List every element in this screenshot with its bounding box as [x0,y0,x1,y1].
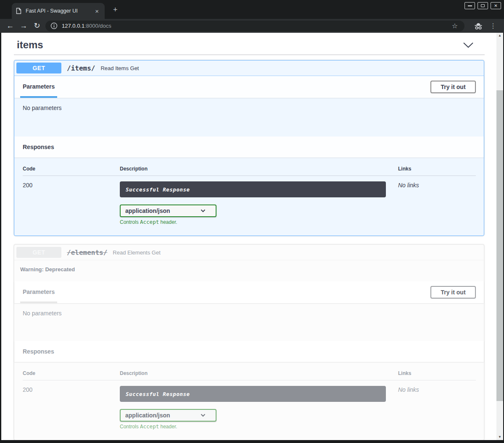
col-description: Description [120,370,398,380]
page-scrollbar[interactable]: ▲ ▼ [496,33,503,440]
responses-title: Responses [23,348,54,355]
opblock-get-items: GET /items/ Read Items Get Parameters Tr… [14,60,484,236]
scrollbar-thumb[interactable] [496,90,503,401]
url-host: 127.0.0.1 [62,23,84,29]
tag-divider [14,55,485,55]
browser-toolbar: ← → ↻ 127.0.0.1:8000/docs ☆ ⋮ [0,19,504,33]
deprecated-warning: Warning: Deprecated [14,260,484,281]
parameters-body: No parameters [14,98,484,136]
responses-body: Code Description Links 200 Successful Re… [14,362,484,440]
method-badge: GET [16,247,61,258]
incognito-icon [468,22,488,30]
window-maximize-button[interactable] [478,2,488,9]
tab-close-icon[interactable]: × [93,7,100,15]
window-controls: ✕ [464,2,501,9]
tag-title: items [17,39,43,51]
bookmark-star-icon[interactable]: ☆ [450,22,459,30]
endpoint-path: /elements/ [67,249,107,257]
scroll-down-icon[interactable]: ▼ [496,434,503,440]
browser-window: Fast API - Swagger UI × + ✕ ← → ↻ 127.0.… [0,0,504,443]
browser-menu-icon[interactable]: ⋮ [488,22,501,30]
endpoint-summary: Read Elements Get [113,249,160,256]
browser-tab[interactable]: Fast API - Swagger UI × [12,3,105,19]
response-description-cell: Successful Response application/json [120,380,398,430]
response-code: 200 [23,380,120,430]
tab-parameters[interactable]: Parameters [20,281,57,303]
parameters-header: Parameters Try it out [14,76,484,98]
maximize-icon [481,4,485,7]
new-tab-button[interactable]: + [111,5,120,14]
col-code: Code [23,166,120,176]
response-code: 200 [23,176,120,225]
tab-strip: Fast API - Swagger UI × + ✕ [0,0,504,19]
accept-header-note: Controls Accept header. [120,423,398,430]
col-description: Description [120,166,398,176]
responses-header: Responses [14,341,484,362]
col-links: Links [398,370,476,380]
media-type-row: application/json Controls Accept header. [120,409,398,430]
responses-table: Code Description Links 200 Successful Re… [23,166,476,225]
response-description-block: Successful Response [120,386,386,402]
address-bar[interactable]: 127.0.0.1:8000/docs ☆ [45,21,464,31]
responses-body: Code Description Links 200 Successful Re… [14,157,484,236]
try-it-out-button[interactable]: Try it out [430,81,476,93]
try-it-out-button[interactable]: Try it out [430,286,476,299]
scroll-up-icon[interactable]: ▲ [496,33,503,39]
opblock-get-elements-deprecated: GET /elements/ Read Elements Get Warning… [14,244,484,440]
response-description-block: Successful Response [120,181,386,197]
media-type-row: application/json Controls Accept header. [120,204,398,225]
endpoint-path: /items/ [67,64,95,72]
response-links: No links [398,380,476,430]
page-favicon-icon [16,8,21,14]
media-type-select[interactable]: application/json [120,204,216,217]
tag-section-header: items [17,37,474,53]
url-text: 127.0.0.1:8000/docs [62,23,450,29]
response-links: No links [398,176,476,225]
tab-title: Fast API - Swagger UI [26,8,93,14]
forward-icon[interactable]: → [17,19,30,33]
page-content: items GET /items/ Read Items Get Paramet… [1,33,496,440]
reload-icon[interactable]: ↻ [30,19,44,33]
media-type-select[interactable]: application/json [120,409,216,422]
parameters-body: No parameters [14,303,484,341]
tab-parameters[interactable]: Parameters [20,76,57,98]
opblock-summary[interactable]: GET /items/ Read Items Get [14,60,484,76]
no-parameters-text: No parameters [23,105,475,111]
minimize-icon [468,5,472,6]
responses-title: Responses [23,144,54,150]
collapse-chevron-icon[interactable] [463,42,474,48]
window-minimize-button[interactable] [464,2,475,9]
col-code: Code [23,370,120,380]
window-close-button[interactable]: ✕ [491,2,501,9]
response-description-text: Successful Response [126,391,190,397]
url-path: :8000/docs [84,23,111,29]
opblock-summary[interactable]: GET /elements/ Read Elements Get [14,245,484,260]
endpoint-summary: Read Items Get [100,65,139,71]
col-links: Links [398,166,476,176]
no-parameters-text: No parameters [23,310,475,317]
window-bottom-edge [0,440,504,443]
response-description-cell: Successful Response application/json [120,176,398,225]
responses-header: Responses [14,136,484,157]
site-info-icon[interactable] [50,22,58,29]
back-icon[interactable]: ← [3,19,17,33]
responses-table: Code Description Links 200 Successful Re… [23,370,476,430]
parameters-header: Parameters Try it out [14,281,484,303]
response-description-text: Successful Response [126,186,190,193]
method-badge: GET [16,63,61,73]
accept-header-note: Controls Accept header. [120,219,398,225]
